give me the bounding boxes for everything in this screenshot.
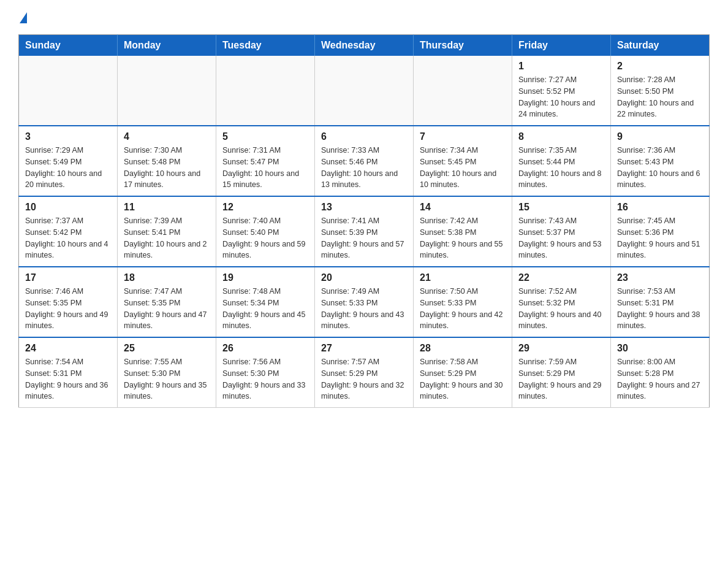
day-sun-info: Sunrise: 7:47 AMSunset: 5:35 PMDaylight:… [124,286,210,332]
calendar-cell: 12Sunrise: 7:40 AMSunset: 5:40 PMDayligh… [216,196,315,267]
day-sun-info: Sunrise: 7:28 AMSunset: 5:50 PMDaylight:… [617,74,703,120]
calendar-cell: 5Sunrise: 7:31 AMSunset: 5:47 PMDaylight… [216,126,315,196]
day-sun-info: Sunrise: 7:46 AMSunset: 5:35 PMDaylight:… [25,286,111,332]
day-sun-info: Sunrise: 7:45 AMSunset: 5:36 PMDaylight:… [617,215,703,261]
day-number: 2 [617,61,703,72]
week-row-4: 17Sunrise: 7:46 AMSunset: 5:35 PMDayligh… [19,267,710,337]
calendar-cell: 15Sunrise: 7:43 AMSunset: 5:37 PMDayligh… [512,196,611,267]
day-sun-info: Sunrise: 7:48 AMSunset: 5:34 PMDaylight:… [222,286,308,332]
day-number: 3 [25,131,111,142]
calendar-cell: 16Sunrise: 7:45 AMSunset: 5:36 PMDayligh… [611,196,710,267]
calendar-cell [414,56,512,126]
weekday-header-friday: Friday [512,35,611,56]
calendar-cell: 28Sunrise: 7:58 AMSunset: 5:29 PMDayligh… [414,337,512,408]
day-number: 16 [617,202,703,213]
day-number: 26 [222,343,308,354]
day-sun-info: Sunrise: 7:33 AMSunset: 5:46 PMDaylight:… [321,145,407,191]
logo [18,12,27,23]
calendar-cell [19,56,118,126]
day-number: 5 [222,131,308,142]
calendar-cell: 22Sunrise: 7:52 AMSunset: 5:32 PMDayligh… [512,267,611,337]
day-number: 4 [124,131,210,142]
calendar-cell: 10Sunrise: 7:37 AMSunset: 5:42 PMDayligh… [19,196,118,267]
day-sun-info: Sunrise: 7:56 AMSunset: 5:30 PMDaylight:… [222,356,308,402]
calendar-cell: 23Sunrise: 7:53 AMSunset: 5:31 PMDayligh… [611,267,710,337]
day-sun-info: Sunrise: 7:35 AMSunset: 5:44 PMDaylight:… [518,145,604,191]
calendar-cell: 21Sunrise: 7:50 AMSunset: 5:33 PMDayligh… [414,267,512,337]
day-number: 7 [420,131,506,142]
day-sun-info: Sunrise: 7:49 AMSunset: 5:33 PMDaylight:… [321,286,407,332]
day-sun-info: Sunrise: 7:52 AMSunset: 5:32 PMDaylight:… [518,286,604,332]
day-number: 19 [222,272,308,283]
day-number: 11 [124,202,210,213]
day-sun-info: Sunrise: 7:31 AMSunset: 5:47 PMDaylight:… [222,145,308,191]
calendar-cell: 27Sunrise: 7:57 AMSunset: 5:29 PMDayligh… [315,337,414,408]
day-sun-info: Sunrise: 7:50 AMSunset: 5:33 PMDaylight:… [420,286,506,332]
weekday-header-thursday: Thursday [414,35,512,56]
day-number: 30 [617,343,703,354]
day-number: 9 [617,131,703,142]
day-sun-info: Sunrise: 7:58 AMSunset: 5:29 PMDaylight:… [420,356,506,402]
day-sun-info: Sunrise: 7:59 AMSunset: 5:29 PMDaylight:… [518,356,604,402]
calendar-cell: 6Sunrise: 7:33 AMSunset: 5:46 PMDaylight… [315,126,414,196]
calendar-cell: 19Sunrise: 7:48 AMSunset: 5:34 PMDayligh… [216,267,315,337]
day-number: 29 [518,343,604,354]
calendar-cell: 29Sunrise: 7:59 AMSunset: 5:29 PMDayligh… [512,337,611,408]
day-number: 12 [222,202,308,213]
day-number: 10 [25,202,111,213]
day-number: 20 [321,272,407,283]
day-number: 14 [420,202,506,213]
calendar-cell [315,56,414,126]
week-row-2: 3Sunrise: 7:29 AMSunset: 5:49 PMDaylight… [19,126,710,196]
calendar-cell: 7Sunrise: 7:34 AMSunset: 5:45 PMDaylight… [414,126,512,196]
day-sun-info: Sunrise: 7:27 AMSunset: 5:52 PMDaylight:… [518,74,604,120]
day-number: 23 [617,272,703,283]
calendar-cell [118,56,216,126]
calendar-header-row: SundayMondayTuesdayWednesdayThursdayFrid… [19,35,710,56]
logo-triangle-icon [20,12,27,23]
weekday-header-wednesday: Wednesday [315,35,414,56]
day-sun-info: Sunrise: 7:41 AMSunset: 5:39 PMDaylight:… [321,215,407,261]
week-row-5: 24Sunrise: 7:54 AMSunset: 5:31 PMDayligh… [19,337,710,408]
calendar-cell: 17Sunrise: 7:46 AMSunset: 5:35 PMDayligh… [19,267,118,337]
day-sun-info: Sunrise: 7:53 AMSunset: 5:31 PMDaylight:… [617,286,703,332]
weekday-header-saturday: Saturday [611,35,710,56]
day-sun-info: Sunrise: 7:37 AMSunset: 5:42 PMDaylight:… [25,215,111,261]
calendar-cell: 30Sunrise: 8:00 AMSunset: 5:28 PMDayligh… [611,337,710,408]
day-sun-info: Sunrise: 7:42 AMSunset: 5:38 PMDaylight:… [420,215,506,261]
day-number: 6 [321,131,407,142]
day-sun-info: Sunrise: 7:36 AMSunset: 5:43 PMDaylight:… [617,145,703,191]
day-number: 27 [321,343,407,354]
calendar-cell: 9Sunrise: 7:36 AMSunset: 5:43 PMDaylight… [611,126,710,196]
day-number: 1 [518,61,604,72]
weekday-header-monday: Monday [118,35,216,56]
calendar-cell: 4Sunrise: 7:30 AMSunset: 5:48 PMDaylight… [118,126,216,196]
calendar-cell: 24Sunrise: 7:54 AMSunset: 5:31 PMDayligh… [19,337,118,408]
day-number: 8 [518,131,604,142]
calendar-cell: 14Sunrise: 7:42 AMSunset: 5:38 PMDayligh… [414,196,512,267]
day-sun-info: Sunrise: 7:43 AMSunset: 5:37 PMDaylight:… [518,215,604,261]
calendar-cell: 26Sunrise: 7:56 AMSunset: 5:30 PMDayligh… [216,337,315,408]
calendar-cell: 11Sunrise: 7:39 AMSunset: 5:41 PMDayligh… [118,196,216,267]
page-header [18,12,710,23]
day-sun-info: Sunrise: 7:39 AMSunset: 5:41 PMDaylight:… [124,215,210,261]
calendar-cell: 20Sunrise: 7:49 AMSunset: 5:33 PMDayligh… [315,267,414,337]
day-sun-info: Sunrise: 7:55 AMSunset: 5:30 PMDaylight:… [124,356,210,402]
calendar-cell: 1Sunrise: 7:27 AMSunset: 5:52 PMDaylight… [512,56,611,126]
day-number: 15 [518,202,604,213]
day-sun-info: Sunrise: 7:54 AMSunset: 5:31 PMDaylight:… [25,356,111,402]
day-number: 21 [420,272,506,283]
weekday-header-tuesday: Tuesday [216,35,315,56]
day-sun-info: Sunrise: 7:29 AMSunset: 5:49 PMDaylight:… [25,145,111,191]
calendar-cell: 3Sunrise: 7:29 AMSunset: 5:49 PMDaylight… [19,126,118,196]
calendar-cell: 25Sunrise: 7:55 AMSunset: 5:30 PMDayligh… [118,337,216,408]
calendar-table: SundayMondayTuesdayWednesdayThursdayFrid… [18,34,710,408]
day-number: 25 [124,343,210,354]
day-sun-info: Sunrise: 7:34 AMSunset: 5:45 PMDaylight:… [420,145,506,191]
calendar-cell: 2Sunrise: 7:28 AMSunset: 5:50 PMDaylight… [611,56,710,126]
day-sun-info: Sunrise: 7:57 AMSunset: 5:29 PMDaylight:… [321,356,407,402]
calendar-cell: 8Sunrise: 7:35 AMSunset: 5:44 PMDaylight… [512,126,611,196]
calendar-cell: 13Sunrise: 7:41 AMSunset: 5:39 PMDayligh… [315,196,414,267]
weekday-header-sunday: Sunday [19,35,118,56]
day-sun-info: Sunrise: 7:40 AMSunset: 5:40 PMDaylight:… [222,215,308,261]
